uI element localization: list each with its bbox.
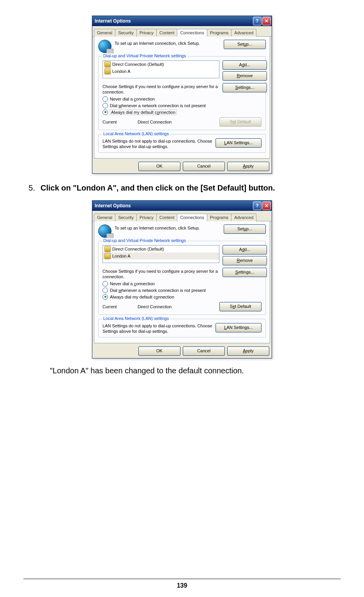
- setup-intro-text: To set up an Internet connection, click …: [115, 224, 221, 231]
- tab-connections[interactable]: Connections: [177, 214, 207, 221]
- result-caption: "London A" has been changed to the defau…: [50, 366, 341, 375]
- page-number: 139: [23, 579, 341, 589]
- setup-button[interactable]: Setup...: [224, 224, 266, 234]
- setup-button[interactable]: Setup...: [224, 40, 266, 49]
- panel-connections: To set up an Internet connection, click …: [94, 37, 270, 159]
- radio-dialwhen[interactable]: Dial whenever a network connection is no…: [102, 103, 262, 108]
- help-icon[interactable]: ?: [253, 201, 262, 210]
- radio-dialwhen[interactable]: Dial whenever a network connection is no…: [102, 288, 262, 293]
- settings-button[interactable]: Settings...: [223, 83, 267, 92]
- radio-icon: [102, 110, 108, 115]
- connection-icon: [104, 253, 111, 259]
- window-title: Internet Options: [95, 203, 253, 208]
- radio-always[interactable]: Always dial my default connection: [102, 294, 262, 300]
- close-icon[interactable]: ✕: [262, 17, 271, 25]
- tab-connections[interactable]: Connections: [177, 29, 207, 37]
- group-lan-legend: Local Area Network (LAN) settings: [102, 131, 170, 136]
- close-icon[interactable]: ✕: [262, 201, 271, 210]
- dialog-buttons: OK Cancel Apply: [92, 343, 272, 358]
- cancel-button[interactable]: Cancel: [183, 162, 225, 171]
- radio-icon: [102, 103, 108, 108]
- add-button[interactable]: Add...: [223, 245, 267, 254]
- step-5: 5. Click on "London A", and then click o…: [23, 184, 341, 193]
- lan-settings-button[interactable]: LAN Settings...: [216, 138, 262, 148]
- step-number: 5.: [23, 184, 35, 193]
- lan-settings-button[interactable]: LAN Settings...: [216, 323, 262, 332]
- panel-connections: To set up an Internet connection, click …: [94, 221, 270, 343]
- tab-security[interactable]: Security: [115, 214, 137, 221]
- current-value: Direct Connection: [138, 120, 219, 124]
- globe-icon: [98, 224, 111, 238]
- ok-button[interactable]: OK: [138, 162, 180, 171]
- internet-options-dialog-2: Internet Options ? ✕ General Security Pr…: [92, 200, 272, 359]
- proxy-text: Choose Settings if you need to configure…: [102, 268, 219, 280]
- help-icon[interactable]: ?: [253, 17, 262, 25]
- connections-list[interactable]: Direct Connection (Default) London A: [102, 60, 219, 78]
- radio-never[interactable]: Never dial a connection: [102, 96, 262, 102]
- setup-intro-text: To set up an Internet connection, click …: [115, 40, 221, 46]
- list-item[interactable]: Direct Connection (Default): [103, 61, 219, 68]
- tab-content[interactable]: Content: [156, 214, 178, 221]
- tab-content[interactable]: Content: [156, 29, 178, 37]
- connection-icon: [104, 68, 111, 74]
- title-buttons: ? ✕: [253, 17, 271, 25]
- tab-privacy[interactable]: Privacy: [136, 214, 157, 221]
- tab-advanced[interactable]: Advanced: [231, 29, 256, 37]
- group-dialup-legend: Dial-up and Virtual Private Network sett…: [102, 238, 187, 243]
- proxy-text: Choose Settings if you need to configure…: [102, 83, 219, 95]
- current-value: Direct Connection: [138, 304, 219, 309]
- current-label: Current: [102, 304, 138, 309]
- window-title: Internet Options: [95, 18, 253, 24]
- title-bar[interactable]: Internet Options ? ✕: [92, 201, 272, 211]
- lan-text: LAN Settings do not apply to dial-up con…: [102, 323, 212, 334]
- tab-programs[interactable]: Programs: [207, 29, 232, 37]
- radio-never[interactable]: Never dial a connection: [102, 281, 262, 286]
- settings-button[interactable]: Settings...: [223, 268, 267, 277]
- radio-icon: [102, 96, 108, 102]
- tab-strip: General Security Privacy Content Connect…: [92, 211, 272, 221]
- radio-icon: [102, 281, 108, 286]
- cancel-button[interactable]: Cancel: [183, 346, 225, 356]
- group-dialup-legend: Dial-up and Virtual Private Network sett…: [102, 53, 187, 58]
- tab-programs[interactable]: Programs: [207, 214, 232, 221]
- list-item[interactable]: London A: [103, 253, 219, 260]
- group-lan: Local Area Network (LAN) settings LAN Se…: [98, 319, 266, 338]
- radio-icon: [102, 288, 108, 293]
- globe-icon: [98, 40, 111, 53]
- radio-always[interactable]: Always dial my default connection: [102, 110, 262, 115]
- step-text: Click on "London A", and then click on t…: [41, 184, 275, 193]
- group-lan: Local Area Network (LAN) settings LAN Se…: [98, 134, 266, 153]
- internet-options-dialog: Internet Options ? ✕ General Security Pr…: [92, 16, 272, 174]
- tab-security[interactable]: Security: [115, 29, 137, 37]
- tab-advanced[interactable]: Advanced: [231, 214, 256, 221]
- list-item[interactable]: London A: [103, 68, 219, 75]
- lan-text: LAN Settings do not apply to dial-up con…: [102, 138, 212, 150]
- current-label: Current: [102, 120, 138, 124]
- ok-button[interactable]: OK: [138, 346, 180, 356]
- screenshot-1: Internet Options ? ✕ General Security Pr…: [23, 16, 341, 174]
- remove-button[interactable]: Remove: [223, 71, 267, 81]
- group-dialup: Dial-up and Virtual Private Network sett…: [98, 241, 266, 315]
- screenshot-2: Internet Options ? ✕ General Security Pr…: [23, 200, 341, 359]
- tab-general[interactable]: General: [94, 214, 115, 221]
- connection-icon: [104, 61, 111, 67]
- add-button[interactable]: Add...: [223, 60, 267, 70]
- radio-icon: [102, 294, 108, 300]
- list-item[interactable]: Direct Connection (Default): [103, 246, 219, 253]
- tab-general[interactable]: General: [94, 29, 115, 37]
- set-default-button: Set Default: [219, 117, 262, 127]
- apply-button[interactable]: Apply: [227, 346, 269, 356]
- apply-button[interactable]: Apply: [227, 162, 269, 171]
- group-dialup: Dial-up and Virtual Private Network sett…: [98, 56, 266, 130]
- tab-strip: General Security Privacy Content Connect…: [92, 26, 272, 37]
- set-default-button[interactable]: Set Default: [219, 302, 262, 311]
- tab-privacy[interactable]: Privacy: [136, 29, 157, 37]
- connections-list[interactable]: Direct Connection (Default) London A: [102, 245, 219, 263]
- remove-button[interactable]: Remove: [223, 256, 267, 265]
- connection-icon: [104, 246, 111, 252]
- title-bar[interactable]: Internet Options ? ✕: [92, 16, 272, 26]
- dialog-buttons: OK Cancel Apply: [92, 159, 272, 173]
- title-buttons: ? ✕: [253, 201, 271, 210]
- group-lan-legend: Local Area Network (LAN) settings: [102, 316, 170, 321]
